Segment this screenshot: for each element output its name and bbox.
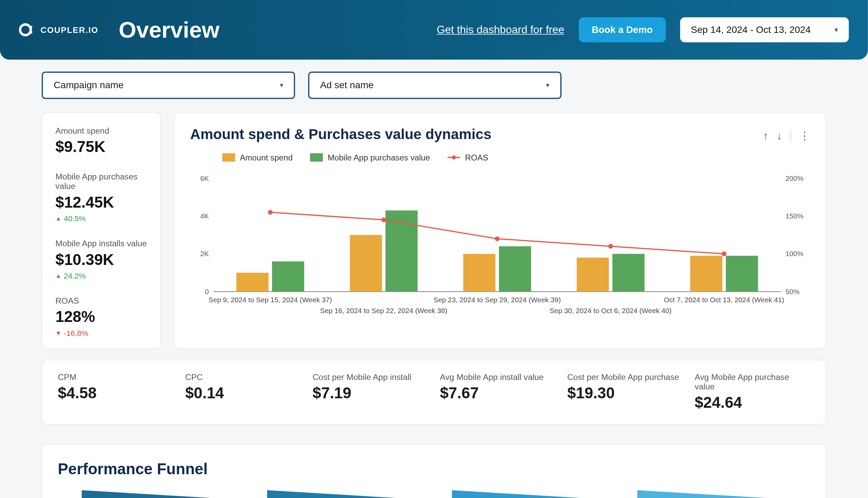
funnel-card: Performance Funnel	[42, 444, 826, 498]
x-axis-label: Sep 23, 2024 to Sep 29, 2024 (Week 39)	[434, 296, 561, 304]
metric-label: Avg Mobile App install value	[440, 372, 555, 382]
metrics-row: CPM$4.58CPC$0.14Cost per Mobile App inst…	[42, 359, 826, 425]
roas-point	[722, 251, 726, 256]
metric-value: $24.64	[695, 394, 810, 412]
svg-rect-2	[30, 31, 32, 34]
kpi-delta: ▼-16.8%	[55, 329, 147, 338]
bar-purchases	[499, 246, 531, 292]
metric: Cost per Mobile App purchase$19.30	[567, 372, 682, 412]
svg-rect-4	[310, 153, 323, 162]
adset-filter[interactable]: Ad set name ▾	[308, 71, 561, 99]
svg-text:0: 0	[205, 288, 209, 296]
bar-purchases	[272, 262, 304, 292]
roas-line	[270, 212, 724, 254]
metric-value: $7.67	[440, 384, 555, 402]
kpi-block: ROAS128%▼-16.8%	[55, 296, 147, 338]
chart-actions: ↑ ↓ ⋮	[763, 129, 810, 143]
svg-point-0	[20, 24, 30, 35]
metric-value: $0.14	[185, 384, 301, 402]
bar-spend	[577, 258, 609, 291]
get-dashboard-link[interactable]: Get this dashboard for free	[437, 23, 564, 36]
svg-text:100%: 100%	[786, 250, 804, 258]
kpi-value: $12.45K	[55, 193, 147, 212]
metric: CPM$4.58	[58, 372, 173, 412]
kebab-menu-icon[interactable]: ⋮	[799, 129, 810, 143]
kpi-block: Amount spend$9.75K	[55, 126, 147, 156]
svg-marker-19	[637, 490, 786, 498]
metric: Avg Mobile App install value$7.67	[440, 372, 555, 412]
metric: Cost per Mobile App install$7.19	[312, 372, 428, 412]
filters-row: Campaign name ▾ Ad set name ▾	[42, 71, 826, 99]
metric-label: CPM	[58, 372, 173, 382]
bar-spend	[463, 254, 495, 291]
funnel-segment	[452, 490, 601, 498]
metric-label: CPC	[185, 372, 301, 382]
arrow-up-icon: ▲	[55, 215, 61, 222]
svg-text:150%: 150%	[786, 212, 804, 220]
bar-spend	[236, 273, 269, 292]
legend-purchases: Mobile App purchases value	[328, 153, 430, 162]
funnel-shapes	[58, 490, 810, 498]
funnel-segment	[267, 490, 416, 498]
logo-text: COUPLER.IO	[41, 25, 99, 35]
kpi-value: $10.39K	[55, 250, 147, 269]
logo: COUPLER.IO	[19, 22, 98, 38]
svg-text:200%: 200%	[786, 174, 804, 182]
bar-purchases	[726, 256, 758, 292]
svg-marker-18	[452, 490, 601, 498]
kpi-delta: ▲24.2%	[55, 271, 147, 280]
kpi-value: 128%	[55, 308, 147, 326]
svg-rect-3	[223, 153, 235, 162]
svg-marker-16	[82, 490, 231, 498]
chart-card: Amount spend & Purchases value dynamics …	[174, 112, 826, 349]
bar-purchases	[612, 254, 644, 291]
chart-area: Amount spendMobile App purchases valueRO…	[190, 148, 810, 327]
caret-down-icon: ▾	[280, 81, 283, 90]
campaign-filter-label: Campaign name	[54, 80, 123, 91]
adset-filter-label: Ad set name	[320, 80, 374, 91]
svg-text:6K: 6K	[200, 174, 209, 182]
roas-point	[608, 244, 613, 249]
page-title: Overview	[119, 17, 219, 43]
svg-marker-17	[267, 490, 416, 498]
header: COUPLER.IO Overview Get this dashboard f…	[0, 0, 868, 60]
metric-label: Cost per Mobile App install	[312, 372, 428, 382]
kpi-delta: ▲40.5%	[55, 214, 147, 223]
kpi-label: ROAS	[55, 296, 147, 305]
metric-value: $19.30	[567, 384, 682, 402]
kpi-card: Amount spend$9.75KMobile App purchases v…	[42, 112, 161, 349]
arrow-up-icon: ▲	[55, 272, 61, 279]
book-demo-button[interactable]: Book a Demo	[579, 17, 666, 42]
bar-spend	[350, 235, 382, 292]
x-axis-label: Oct 7, 2024 to Oct 13, 2024 (Week 41)	[664, 296, 784, 304]
kpi-block: Mobile App installs value$10.39K▲24.2%	[55, 238, 147, 280]
date-range-selector[interactable]: Sep 14, 2024 - Oct 13, 2024 ▾	[680, 17, 849, 42]
kpi-value: $9.75K	[55, 138, 147, 156]
bar-spend	[690, 256, 723, 292]
metric-label: Avg Mobile App purchase value	[695, 372, 810, 391]
metric: Avg Mobile App purchase value$24.64	[695, 372, 810, 412]
kpi-label: Amount spend	[55, 126, 147, 135]
coupler-logo-icon	[19, 22, 35, 38]
kpi-delta-value: 24.2%	[64, 271, 86, 280]
campaign-filter[interactable]: Campaign name ▾	[42, 71, 295, 99]
separator	[790, 130, 791, 142]
x-axis-label: Sep 9, 2024 to Sep 15, 2024 (Week 37)	[209, 296, 332, 304]
legend-spend: Amount spend	[240, 153, 293, 162]
arrow-down-icon: ▼	[55, 330, 61, 336]
date-range-value: Sep 14, 2024 - Oct 13, 2024	[691, 24, 810, 35]
metric: CPC$0.14	[185, 372, 301, 412]
kpi-delta-value: 40.5%	[64, 214, 86, 223]
metric-value: $7.19	[312, 384, 428, 402]
kpi-label: Mobile App purchases value	[55, 172, 147, 191]
arrow-up-icon[interactable]: ↑	[763, 130, 768, 142]
x-axis-label: Sep 30, 2024 to Oct 6, 2024 (Week 40)	[550, 307, 671, 314]
arrow-down-icon[interactable]: ↓	[777, 130, 782, 142]
caret-down-icon: ▾	[834, 26, 838, 34]
svg-text:50%: 50%	[786, 288, 800, 296]
funnel-title: Performance Funnel	[58, 460, 810, 478]
legend-roas: ROAS	[465, 153, 488, 162]
metric-value: $4.58	[58, 384, 173, 402]
kpi-block: Mobile App purchases value$12.45K▲40.5%	[55, 172, 147, 223]
kpi-delta-value: -16.8%	[64, 329, 88, 338]
